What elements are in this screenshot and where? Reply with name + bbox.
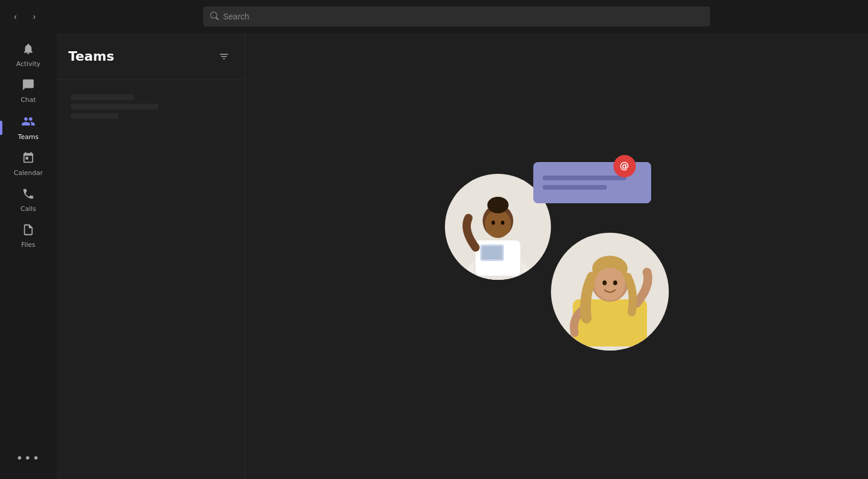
- nav-arrows: ‹ ›: [7, 8, 42, 25]
- bubble-line-1: [543, 176, 627, 180]
- activity-label: Activity: [16, 60, 40, 68]
- svg-point-15: [595, 267, 625, 300]
- more-icon: •••: [16, 451, 40, 465]
- loading-bar-2: [71, 104, 159, 110]
- loading-indicator: [61, 85, 240, 128]
- person2-circle: [551, 233, 669, 351]
- at-mention-badge: @: [613, 155, 636, 177]
- search-icon: [210, 12, 219, 22]
- bubble-line-2: [543, 185, 607, 190]
- teams-icon: [21, 114, 35, 131]
- search-input[interactable]: [223, 12, 703, 21]
- back-button[interactable]: ‹: [7, 8, 24, 25]
- chat-label: Chat: [21, 96, 36, 104]
- sidebar-item-teams[interactable]: Teams: [5, 110, 52, 146]
- calls-icon: [22, 187, 35, 203]
- svg-point-8: [501, 220, 504, 224]
- teams-content: [57, 80, 245, 479]
- files-icon: [22, 223, 35, 239]
- main-layout: Activity Chat Teams: [0, 33, 868, 479]
- sidebar-item-calendar[interactable]: Calendar: [5, 147, 52, 181]
- loading-bar-3: [71, 113, 118, 119]
- svg-point-7: [491, 220, 495, 224]
- loading-bar-1: [71, 94, 134, 100]
- svg-point-16: [602, 280, 606, 285]
- teams-header: Teams: [57, 33, 245, 80]
- main-content: @: [245, 33, 868, 479]
- forward-button[interactable]: ›: [26, 8, 42, 25]
- topbar: ‹ ›: [0, 0, 868, 33]
- teams-panel: Teams: [57, 33, 245, 479]
- sidebar-item-activity[interactable]: Activity: [5, 38, 52, 72]
- chat-icon: [22, 78, 35, 94]
- sidebar: Activity Chat Teams: [0, 33, 57, 479]
- at-symbol: @: [620, 160, 629, 171]
- teams-illustration: @: [445, 162, 669, 351]
- sidebar-item-chat[interactable]: Chat: [5, 74, 52, 108]
- svg-point-17: [613, 280, 617, 285]
- sidebar-more-button[interactable]: •••: [5, 446, 52, 470]
- calendar-icon: [22, 151, 35, 167]
- filter-button[interactable]: [215, 48, 233, 65]
- svg-point-4: [485, 210, 511, 238]
- calendar-label: Calendar: [14, 169, 42, 177]
- svg-point-6: [490, 201, 506, 213]
- files-label: Files: [21, 241, 35, 249]
- svg-rect-10: [482, 246, 502, 259]
- sidebar-item-calls[interactable]: Calls: [5, 183, 52, 217]
- message-bubble: @: [533, 162, 651, 203]
- calls-label: Calls: [21, 205, 36, 213]
- sidebar-item-files[interactable]: Files: [5, 219, 52, 253]
- activity-icon: [22, 42, 35, 58]
- search-bar[interactable]: [203, 6, 710, 27]
- teams-label: Teams: [18, 133, 39, 141]
- teams-panel-title: Teams: [68, 49, 114, 64]
